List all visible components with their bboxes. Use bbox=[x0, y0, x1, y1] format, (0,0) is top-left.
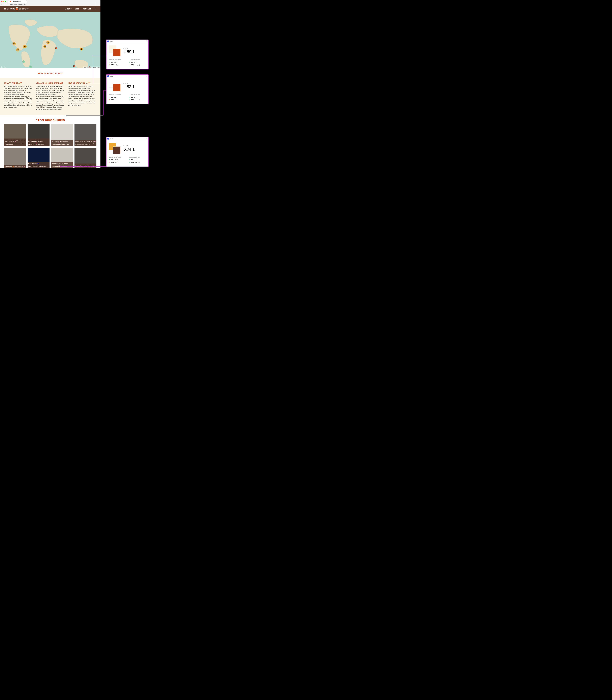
stark-title: Stark bbox=[110, 41, 113, 42]
map-cluster-marker[interactable]: 7 bbox=[29, 66, 32, 68]
instagram-card[interactable]: @demon_frameworks and their great lugs. … bbox=[74, 148, 97, 168]
close-icon[interactable]: × bbox=[147, 40, 148, 42]
stark-header: Stark × bbox=[107, 40, 148, 43]
map-cluster-marker[interactable]: 10 bbox=[43, 45, 46, 48]
stark-title: Stark bbox=[110, 138, 113, 139]
close-icon[interactable]: × bbox=[147, 75, 148, 77]
map-cluster-marker[interactable]: 68 bbox=[23, 45, 27, 48]
map-cluster-marker[interactable]: 12 bbox=[80, 48, 83, 51]
nav-list[interactable]: LIST bbox=[75, 8, 79, 10]
ratio-value: 5.04:1 bbox=[123, 147, 135, 151]
instagram-card[interactable]: Handcrafted bicycles, made in Yorkshire.… bbox=[51, 148, 73, 168]
ratio-label: RATIO bbox=[123, 145, 135, 147]
site-logo[interactable]: THE FRAME F BUILDERS bbox=[4, 8, 29, 10]
column-heading: LOCAL AND GLOBAL DATABASE bbox=[36, 82, 65, 84]
help-icon[interactable]: ? bbox=[138, 94, 140, 95]
search-icon[interactable] bbox=[95, 8, 96, 10]
main-nav: ABOUT LIST CONTACT bbox=[65, 8, 96, 10]
instagram-card[interactable]: @tomii_cycles from Austin, Texas 🇺🇸 #the… bbox=[74, 124, 97, 146]
help-icon[interactable]: ? bbox=[138, 157, 140, 158]
instagram-card[interactable]: Custom frame builder @bilenkycycleworks … bbox=[28, 124, 50, 146]
map-cluster-marker[interactable]: 56 bbox=[16, 48, 19, 51]
large-text-label: LARGE TEXT? bbox=[129, 157, 146, 158]
google-attribution: Google bbox=[1, 66, 5, 68]
card-caption: @demon_frameworks and their great lugs. … bbox=[74, 163, 97, 168]
map-cluster-marker[interactable]: 2 bbox=[22, 60, 25, 63]
card-caption: @tomii_cycles from Austin, Texas 🇺🇸 #the… bbox=[74, 140, 97, 146]
map-cluster-marker[interactable]: 66 bbox=[46, 41, 50, 44]
ratio-value: 4.82:1 bbox=[123, 84, 135, 89]
help-icon[interactable]: ? bbox=[119, 94, 121, 95]
stark-icon bbox=[107, 138, 109, 139]
view-as-list-link[interactable]: VIEW AS COUNTRY LIST bbox=[38, 72, 62, 74]
reload-button[interactable]: ⟳ bbox=[6, 3, 8, 5]
instagram-card[interactable]: @gallusdude 🦊 from Denver CA, 🇺🇸 #thefra… bbox=[4, 148, 26, 168]
color-swatches bbox=[109, 80, 121, 91]
criterion-row: ✕AAA – 7:1 bbox=[109, 64, 126, 66]
view-as-list-section: VIEW AS COUNTRY LIST bbox=[0, 68, 100, 78]
svg-point-0 bbox=[95, 8, 96, 9]
nav-about[interactable]: ABOUT bbox=[65, 8, 72, 10]
forward-button[interactable]: → bbox=[3, 3, 5, 5]
card-caption: From Australia! 🇦🇺 @devlincustomcycles #… bbox=[28, 162, 50, 168]
hashtag-heading: #TheFramebuilders bbox=[0, 118, 100, 122]
world-map[interactable]: 3968566610121027 Google Map data ©2018 T… bbox=[0, 12, 100, 68]
swatch-background[interactable] bbox=[113, 49, 121, 56]
color-swatches bbox=[109, 45, 121, 56]
criterion-row: ✕AAA – 7:1 bbox=[109, 161, 126, 163]
normal-text-label: NORMAL TEXT? bbox=[109, 157, 126, 158]
stark-icon bbox=[107, 76, 109, 77]
browser-tab[interactable]: TheFramebuilders × bbox=[8, 0, 27, 3]
criterion-row: ✓AA – 4.5:1 bbox=[109, 61, 126, 63]
swatch-background[interactable] bbox=[113, 84, 121, 91]
card-caption: Handcrafted bicycles, made in Yorkshire.… bbox=[51, 162, 73, 168]
column-body: Our goal is to compile a comprehensive d… bbox=[68, 85, 96, 106]
maximize-window-icon[interactable] bbox=[5, 1, 6, 2]
map-cluster-marker[interactable]: 39 bbox=[13, 42, 16, 45]
map-attribution: Map data ©2018 Terms of Use bbox=[83, 67, 100, 68]
swatch-background[interactable] bbox=[113, 146, 121, 154]
instagram-card[interactable]: From Australia! 🇦🇺 @devlincustomcycles #… bbox=[28, 148, 50, 168]
back-button[interactable]: ← bbox=[1, 3, 3, 5]
close-tab-icon[interactable]: × bbox=[24, 1, 25, 2]
more-icon[interactable]: ⋮ bbox=[97, 3, 100, 5]
instagram-card[interactable]: This is framebuilder @pedalinobikes from… bbox=[4, 124, 26, 146]
help-icon[interactable]: ? bbox=[138, 59, 140, 60]
card-caption: This is framebuilder @pedalinobikes from… bbox=[4, 138, 26, 146]
close-icon[interactable]: × bbox=[147, 138, 148, 140]
criterion-row: ✓AA – 4.5:1 bbox=[109, 159, 126, 161]
check-icon: ✓ bbox=[109, 159, 110, 161]
map-pin-icon[interactable] bbox=[55, 47, 57, 49]
minimize-window-icon[interactable] bbox=[3, 1, 4, 2]
map-pin-icon[interactable] bbox=[73, 65, 75, 67]
check-icon: ✓ bbox=[129, 96, 130, 98]
check-icon: ✓ bbox=[129, 64, 130, 66]
criterion-row: ✓AAA – 4.5:1 bbox=[129, 161, 146, 163]
card-caption: Today @waterfordbikes from Wisconsin 🇺🇸 … bbox=[51, 140, 73, 146]
ratio-label: RATIO bbox=[123, 48, 135, 49]
close-window-icon[interactable] bbox=[1, 1, 2, 2]
card-caption: Custom frame builder @bilenkycycleworks … bbox=[28, 138, 50, 146]
x-icon: ✕ bbox=[109, 99, 110, 101]
browser-chrome: TheFramebuilders × ← → ⟳ https://thefram… bbox=[0, 0, 100, 6]
x-icon: ✕ bbox=[109, 64, 110, 66]
criterion-row: ✓AA – 3:1 bbox=[129, 96, 146, 98]
svg-line-1 bbox=[96, 9, 96, 9]
check-icon: ✓ bbox=[109, 96, 110, 98]
column-body: Many people believe the only way to find… bbox=[4, 85, 33, 108]
help-icon[interactable]: ? bbox=[119, 59, 121, 60]
criterion-row: ✓AA – 3:1 bbox=[129, 61, 146, 63]
address-bar[interactable]: https://theframebuilders.com/ bbox=[9, 3, 96, 5]
info-column: LOCAL AND GLOBAL DATABASEThis map was cr… bbox=[36, 82, 65, 110]
help-icon[interactable]: ? bbox=[119, 157, 121, 158]
large-text-label: LARGE TEXT? bbox=[129, 94, 146, 95]
criterion-row: ✓AA – 4.5:1 bbox=[109, 96, 126, 98]
column-body: This map was created to not only allow t… bbox=[36, 85, 65, 110]
info-columns: QUALITY AND CRAFTMany people believe the… bbox=[0, 78, 100, 115]
instagram-grid: This is framebuilder @pedalinobikes from… bbox=[0, 124, 100, 168]
instagram-card[interactable]: Today @waterfordbikes from Wisconsin 🇺🇸 … bbox=[51, 124, 73, 146]
check-icon: ✓ bbox=[129, 61, 130, 63]
ratio-value: 4.69:1 bbox=[123, 49, 135, 54]
site-header: THE FRAME F BUILDERS ABOUT LIST CONTACT bbox=[0, 6, 100, 12]
nav-contact[interactable]: CONTACT bbox=[83, 8, 91, 10]
